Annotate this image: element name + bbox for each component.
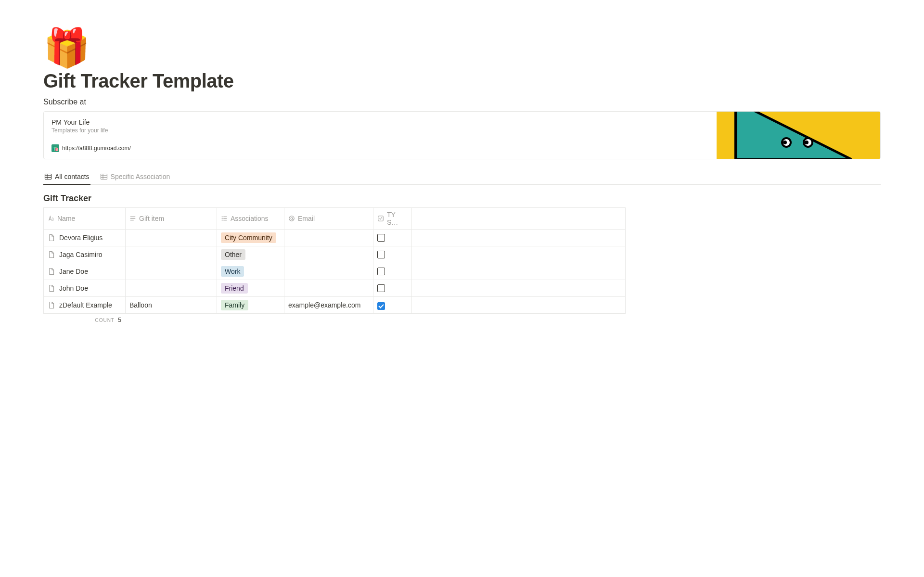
cell-email[interactable]: example@example.com [284, 297, 373, 314]
column-header-blank[interactable] [412, 208, 626, 230]
bookmark-favicon-icon: 🛍️ [51, 144, 59, 152]
cell-blank[interactable] [412, 297, 626, 314]
page-icon [48, 268, 55, 275]
column-header-label: TY S… [387, 211, 408, 226]
svg-point-22 [222, 220, 222, 220]
cell-blank[interactable] [412, 230, 626, 246]
table-row[interactable]: Jane DoeWork [44, 263, 626, 280]
bookmark-url-row: 🛍️ https://a888.gumroad.com/ [51, 144, 709, 152]
row-name-text: Jaga Casimiro [59, 251, 102, 258]
cell-ty-sent[interactable] [373, 297, 412, 314]
page-icon [48, 251, 55, 258]
bookmark-description: Templates for your life [51, 127, 709, 134]
cell-blank[interactable] [412, 263, 626, 280]
ty-checkbox[interactable] [377, 251, 385, 258]
count-label: COUNT [95, 318, 115, 323]
cell-associations[interactable]: Family [217, 297, 284, 314]
cell-gift-item[interactable] [126, 263, 217, 280]
cell-email[interactable] [284, 230, 373, 246]
page-emoji-icon[interactable]: 🎁 [43, 29, 881, 66]
table-view-icon [44, 173, 52, 180]
association-chip: Work [221, 266, 244, 277]
svg-point-18 [222, 217, 222, 217]
cell-ty-sent[interactable] [373, 230, 412, 246]
table-count-row: COUNT 5 [43, 314, 626, 323]
page-icon [48, 234, 55, 242]
svg-rect-7 [45, 174, 51, 180]
cell-name[interactable]: Jane Doe [44, 263, 126, 280]
cell-blank[interactable] [412, 280, 626, 297]
row-name-text: Jane Doe [59, 268, 88, 275]
svg-rect-2 [734, 112, 737, 159]
checkbox-property-icon [377, 215, 384, 222]
svg-rect-11 [101, 174, 107, 180]
row-name-text: John Doe [59, 284, 88, 292]
cell-email[interactable] [284, 280, 373, 297]
cell-ty-sent[interactable] [373, 246, 412, 263]
tab-specific-association[interactable]: Specific Association [99, 170, 171, 184]
svg-point-4 [783, 141, 787, 144]
cell-name[interactable]: John Doe [44, 280, 126, 297]
cell-associations[interactable]: Work [217, 263, 284, 280]
title-property-icon [48, 215, 54, 222]
ty-checkbox[interactable] [377, 302, 385, 310]
row-gift-text: Balloon [129, 301, 152, 309]
row-name-text: Devora Eligius [59, 234, 103, 242]
column-header-label: Associations [231, 215, 269, 222]
table-row[interactable]: John DoeFriend [44, 280, 626, 297]
cell-name[interactable]: Jaga Casimiro [44, 246, 126, 263]
column-header-label: Name [57, 215, 75, 222]
page-title: Gift Tracker Template [43, 70, 881, 92]
email-property-icon [288, 215, 295, 222]
ty-checkbox[interactable] [377, 284, 385, 292]
column-header-associations[interactable]: Associations [217, 208, 284, 230]
cell-email[interactable] [284, 246, 373, 263]
table-row[interactable]: Devora EligiusCity Community [44, 230, 626, 246]
bookmark-card[interactable]: PM Your Life Templates for your life 🛍️ … [43, 111, 881, 159]
table-row[interactable]: zDefault ExampleBalloonFamilyexample@exa… [44, 297, 626, 314]
cell-gift-item[interactable] [126, 280, 217, 297]
table-header-row: Name Gift item Associations [44, 208, 626, 230]
database-table: Name Gift item Associations [43, 207, 626, 314]
tab-all-contacts[interactable]: All contacts [43, 170, 90, 184]
svg-point-25 [291, 218, 293, 219]
table-view-icon [100, 173, 108, 180]
cell-gift-item[interactable] [126, 230, 217, 246]
cell-ty-sent[interactable] [373, 263, 412, 280]
cell-associations[interactable]: Other [217, 246, 284, 263]
page-icon [48, 284, 55, 292]
svg-point-24 [289, 216, 295, 221]
svg-point-6 [805, 141, 808, 144]
bookmark-title: PM Your Life [51, 118, 709, 126]
row-email-text: example@example.com [288, 301, 360, 309]
database-view-tabs: All contacts Specific Association [43, 170, 881, 185]
tab-label: All contacts [55, 173, 90, 180]
association-chip: Other [221, 249, 245, 260]
column-header-gift-item[interactable]: Gift item [126, 208, 217, 230]
cell-email[interactable] [284, 263, 373, 280]
table-row[interactable]: Jaga CasimiroOther [44, 246, 626, 263]
cell-ty-sent[interactable] [373, 280, 412, 297]
association-chip: City Community [221, 232, 276, 243]
cell-gift-item[interactable]: Balloon [126, 297, 217, 314]
page-icon [48, 301, 55, 309]
cell-name[interactable]: zDefault Example [44, 297, 126, 314]
column-header-label: Gift item [139, 215, 164, 222]
ty-checkbox[interactable] [377, 234, 385, 242]
column-header-email[interactable]: Email [284, 208, 373, 230]
cell-blank[interactable] [412, 246, 626, 263]
column-header-ty-sent[interactable]: TY S… [373, 208, 412, 230]
bookmark-preview-image [717, 112, 880, 159]
cell-associations[interactable]: City Community [217, 230, 284, 246]
tab-label: Specific Association [111, 173, 170, 180]
association-chip: Family [221, 300, 248, 310]
cell-gift-item[interactable] [126, 246, 217, 263]
cell-name[interactable]: Devora Eligius [44, 230, 126, 246]
text-property-icon [129, 215, 136, 222]
bookmark-text: PM Your Life Templates for your life 🛍️ … [44, 112, 717, 159]
ty-checkbox[interactable] [377, 268, 385, 275]
column-header-name[interactable]: Name [44, 208, 126, 230]
cell-associations[interactable]: Friend [217, 280, 284, 297]
bookmark-url: https://a888.gumroad.com/ [62, 145, 131, 152]
database-title[interactable]: Gift Tracker [43, 193, 881, 204]
